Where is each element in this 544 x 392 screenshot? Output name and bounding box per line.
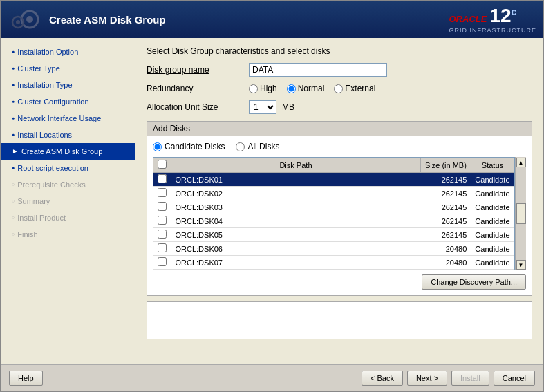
sidebar-indicator: ► <box>12 145 19 158</box>
gear-decoration <box>8 6 42 33</box>
row-checkbox[interactable] <box>158 216 167 225</box>
row-disk-path: ORCL:DSK04 <box>171 214 421 228</box>
table-header-row: Disk Path Size (in MB) Status <box>153 158 514 173</box>
help-button[interactable]: Help <box>9 371 43 386</box>
row-size: 262145 <box>420 187 471 200</box>
window-title: Create ASM Disk Group <box>49 14 166 26</box>
sidebar-indicator: ● <box>12 62 15 75</box>
row-disk-path: ORCL:DSK05 <box>171 228 421 242</box>
sidebar-item-installation-type[interactable]: ●Installation Type <box>1 77 135 93</box>
sidebar-item-label: Installation Option <box>17 46 78 58</box>
row-checkbox[interactable] <box>158 188 167 197</box>
disk-table-wrapper: Disk Path Size (in MB) Status ORCL:DSK01… <box>153 157 526 270</box>
svg-point-3 <box>16 20 20 24</box>
row-checkbox[interactable] <box>158 174 167 183</box>
footer-nav-buttons: < Back Next > Install Cancel <box>362 371 535 386</box>
disk-filter-group: Candidate Disks All Disks <box>153 142 526 151</box>
row-size: 20480 <box>420 242 471 256</box>
sidebar-item-root-script-execution[interactable]: ●Root script execution <box>1 160 135 176</box>
sidebar-item-label: Network Interface Usage <box>17 112 101 124</box>
sidebar: ●Installation Option●Cluster Type●Instal… <box>1 38 135 364</box>
row-size: 262145 <box>420 228 471 242</box>
radio-all-disks[interactable]: All Disks <box>236 142 279 151</box>
sidebar-item-install-product: ○Install Product <box>1 209 135 226</box>
row-checkbox[interactable] <box>158 257 167 266</box>
sidebar-indicator: ● <box>12 162 15 174</box>
sidebar-item-label: Install Locations <box>17 129 72 141</box>
sidebar-item-create-asm-disk-group[interactable]: ►Create ASM Disk Group <box>1 143 135 160</box>
change-discovery-btn[interactable]: Change Discovery Path... <box>422 274 526 290</box>
row-status: Candidate <box>471 200 514 214</box>
sidebar-item-cluster-type[interactable]: ●Cluster Type <box>1 60 135 77</box>
sidebar-item-installation-option[interactable]: ●Installation Option <box>1 44 135 60</box>
row-disk-path: ORCL:DSK01 <box>171 173 421 187</box>
table-row[interactable]: ORCL:DSK01262145Candidate <box>153 173 514 187</box>
allocation-unit-label: Allocation Unit Size <box>147 102 243 112</box>
install-button[interactable]: Install <box>451 371 489 386</box>
table-scrollbar[interactable]: ▲ ▼ <box>515 157 526 270</box>
radio-all-input[interactable] <box>236 142 245 151</box>
radio-high-input[interactable] <box>249 84 258 93</box>
row-status: Candidate <box>471 242 514 256</box>
scroll-up-btn[interactable]: ▲ <box>516 158 526 167</box>
disk-group-name-label: Disk group name <box>147 65 243 75</box>
sidebar-indicator: ○ <box>12 195 15 207</box>
disk-table-container: Disk Path Size (in MB) Status ORCL:DSK01… <box>153 157 515 270</box>
table-row[interactable]: ORCL:DSK05262145Candidate <box>153 228 514 242</box>
col-status: Status <box>471 158 514 173</box>
col-check <box>153 158 171 173</box>
radio-candidate-disks[interactable]: Candidate Disks <box>153 142 225 151</box>
sidebar-item-network-interface-usage[interactable]: ●Network Interface Usage <box>1 110 135 127</box>
main-panel: Select Disk Group characteristics and se… <box>135 38 543 364</box>
content-area: ●Installation Option●Cluster Type●Instal… <box>1 38 543 364</box>
scroll-down-btn[interactable]: ▼ <box>516 260 526 270</box>
sidebar-indicator: ● <box>12 112 15 124</box>
row-checkbox[interactable] <box>158 202 167 211</box>
scroll-thumb[interactable] <box>516 203 526 224</box>
sidebar-item-label: Root script execution <box>17 162 88 174</box>
row-status: Candidate <box>471 228 514 242</box>
radio-external-input[interactable] <box>334 84 343 93</box>
row-size: 262145 <box>420 173 471 187</box>
back-button[interactable]: < Back <box>362 371 403 386</box>
table-row[interactable]: ORCL:DSK04262145Candidate <box>153 214 514 228</box>
disk-group-name-row: Disk group name <box>147 63 532 77</box>
sidebar-indicator: ● <box>12 129 15 141</box>
allocation-unit-select[interactable]: 1 2 4 <box>249 100 276 114</box>
row-size: 262145 <box>420 200 471 214</box>
sidebar-item-label: Cluster Configuration <box>17 95 88 108</box>
cancel-button[interactable]: Cancel <box>494 371 535 386</box>
col-size: Size (in MB) <box>420 158 471 173</box>
title-bar: Create ASM Disk Group ORACLE 12c GRID IN… <box>1 1 543 38</box>
sidebar-item-install-locations[interactable]: ●Install Locations <box>1 127 135 143</box>
row-disk-path: ORCL:DSK06 <box>171 242 421 256</box>
sidebar-item-cluster-configuration[interactable]: ●Cluster Configuration <box>1 93 135 110</box>
row-checkbox[interactable] <box>158 243 167 252</box>
svg-point-1 <box>26 16 33 23</box>
add-disks-section: Add Disks Candidate Disks All Disks <box>147 121 532 296</box>
sidebar-indicator: ● <box>12 79 15 91</box>
allocation-unit-suffix: MB <box>282 102 294 112</box>
table-row[interactable]: ORCL:DSK0620480Candidate <box>153 242 514 256</box>
table-row[interactable]: ORCL:DSK02262145Candidate <box>153 187 514 200</box>
sidebar-item-prerequisite-checks: ○Prerequisite Checks <box>1 176 135 193</box>
sidebar-indicator: ● <box>12 95 15 108</box>
sidebar-item-label: Install Product <box>17 212 66 224</box>
radio-normal[interactable]: Normal <box>287 84 325 93</box>
row-status: Candidate <box>471 173 514 187</box>
row-disk-path: ORCL:DSK03 <box>171 200 421 214</box>
row-checkbox[interactable] <box>158 230 167 239</box>
disk-group-name-input[interactable] <box>249 63 387 77</box>
sidebar-indicator: ● <box>12 46 15 58</box>
redundancy-row: Redundancy High Normal External <box>147 84 532 93</box>
table-row[interactable]: ORCL:DSK0720480Candidate <box>153 256 514 270</box>
allocation-unit-row: Allocation Unit Size 1 2 4 MB <box>147 100 532 114</box>
sidebar-item-label: Finish <box>17 228 37 241</box>
radio-external[interactable]: External <box>334 84 375 93</box>
radio-normal-input[interactable] <box>287 84 296 93</box>
radio-high[interactable]: High <box>249 84 277 93</box>
radio-candidate-input[interactable] <box>153 142 162 151</box>
table-row[interactable]: ORCL:DSK03262145Candidate <box>153 200 514 214</box>
select-all-checkbox[interactable] <box>158 160 167 169</box>
next-button[interactable]: Next > <box>407 371 447 386</box>
